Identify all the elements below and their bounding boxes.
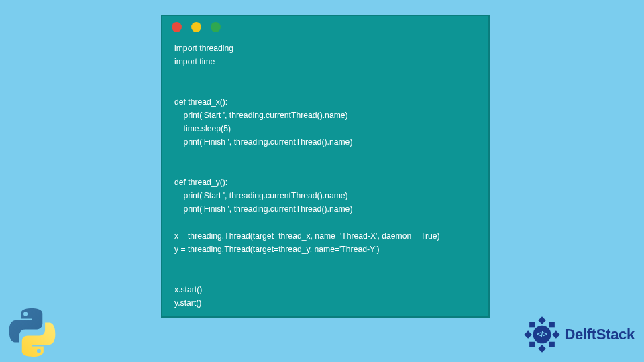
maximize-icon [211, 22, 221, 32]
svg-marker-2 [552, 330, 560, 339]
delftstack-logo: </> DelftStack [523, 315, 635, 354]
close-icon [172, 22, 182, 32]
window-titlebar [162, 16, 488, 38]
svg-marker-6 [525, 330, 533, 339]
code-window: import threading import time def thread_… [161, 15, 490, 318]
code-block: import threading import time def thread_… [162, 38, 488, 318]
delftstack-label: DelftStack [564, 326, 635, 343]
delftstack-badge-icon: </> [523, 315, 561, 354]
svg-text:</>: </> [537, 330, 547, 338]
minimize-icon [191, 22, 201, 32]
svg-marker-0 [539, 316, 547, 324]
python-logo-icon [4, 304, 60, 361]
svg-marker-4 [539, 345, 547, 353]
